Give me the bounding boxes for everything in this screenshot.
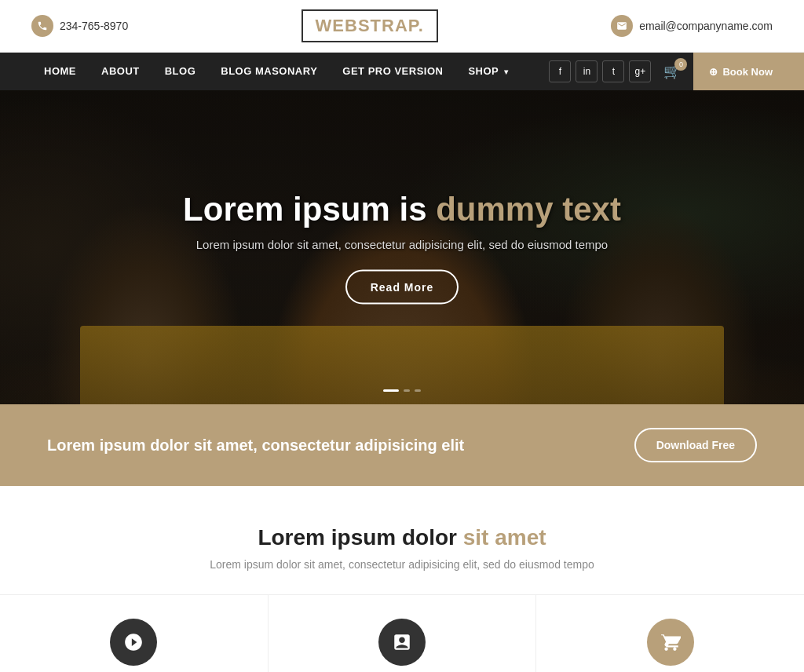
email-address: email@companyname.com <box>639 20 773 32</box>
hero-title-plain: Lorem ipsum is <box>183 191 436 228</box>
facebook-icon[interactable]: f <box>549 60 571 82</box>
nav-item-get-pro[interactable]: GET PRO VERSION <box>330 53 455 91</box>
feature-item-1 <box>0 595 269 672</box>
hero-title-highlight: dummy text <box>436 191 621 228</box>
social-links: f in t g+ <box>549 60 651 82</box>
top-bar: 234-765-8970 WEBSTRAP. email@companyname… <box>0 0 804 53</box>
hero-subtitle: Lorem ipsum dolor sit amet, consectetur … <box>0 238 804 251</box>
nav-item-blog[interactable]: BLOG <box>152 53 209 91</box>
nav-item-blog-masonary[interactable]: BLOG MASONARY <box>208 53 330 91</box>
nav-item-home[interactable]: HOME <box>31 53 89 91</box>
nav-links: HOME ABOUT BLOG BLOG MASONARY GET PRO VE… <box>31 53 549 91</box>
hero-title: Lorem ipsum is dummy text <box>0 191 804 228</box>
features-section-title: Lorem ipsum dolor sit amet <box>31 525 773 550</box>
hero-content: Lorem ipsum is dummy text Lorem ipsum do… <box>0 191 804 305</box>
linkedin-icon[interactable]: in <box>576 60 598 82</box>
logo-web: WEB <box>316 16 358 35</box>
googleplus-icon[interactable]: g+ <box>629 60 651 82</box>
logo-strap: STRAP. <box>358 16 424 35</box>
hero-section: Lorem ipsum is dummy text Lorem ipsum do… <box>0 90 804 404</box>
section-title-highlight: sit amet <box>463 525 546 550</box>
email-contact: email@companyname.com <box>611 15 773 37</box>
book-now-button[interactable]: ⊕ Book Now <box>693 53 804 90</box>
table-sim <box>80 326 723 404</box>
download-banner: Lorem ipsum dolor sit amet, consectetur … <box>0 404 804 486</box>
cart-badge: 0 <box>674 58 687 71</box>
site-logo[interactable]: WEBSTRAP. <box>302 9 438 42</box>
phone-icon <box>31 15 53 37</box>
hero-dot-3[interactable] <box>415 389 421 392</box>
hero-cta-button[interactable]: Read More <box>345 270 459 305</box>
nav-item-about[interactable]: ABOUT <box>89 53 152 91</box>
feature-icon-3 <box>647 619 694 666</box>
main-nav: HOME ABOUT BLOG BLOG MASONARY GET PRO VE… <box>0 53 804 90</box>
email-icon <box>611 15 633 37</box>
download-banner-text: Lorem ipsum dolor sit amet, consectetur … <box>47 436 464 455</box>
section-title-plain: Lorem ipsum dolor <box>258 525 462 550</box>
nav-item-shop[interactable]: SHOP ▾ <box>455 53 521 91</box>
feature-item-3 <box>536 595 804 672</box>
cart-button[interactable]: 🛒 0 <box>663 63 681 80</box>
download-free-button[interactable]: Download Free <box>634 428 757 462</box>
hero-dot-1[interactable] <box>383 389 399 392</box>
section-subtitle: Lorem ipsum dolor sit amet, consectetur … <box>31 558 773 571</box>
feature-icon-2 <box>378 619 426 666</box>
calendar-icon: ⊕ <box>709 66 718 78</box>
twitter-icon[interactable]: t <box>602 60 624 82</box>
shop-dropdown-arrow: ▾ <box>504 68 509 76</box>
phone-contact: 234-765-8970 <box>31 15 128 37</box>
phone-number: 234-765-8970 <box>60 20 128 32</box>
features-row <box>0 594 804 672</box>
features-section-title-area: Lorem ipsum dolor sit amet Lorem ipsum d… <box>0 486 804 594</box>
hero-dot-2[interactable] <box>404 389 410 392</box>
hero-dots <box>383 389 421 392</box>
feature-item-2 <box>269 595 537 672</box>
feature-icon-1 <box>110 619 157 666</box>
